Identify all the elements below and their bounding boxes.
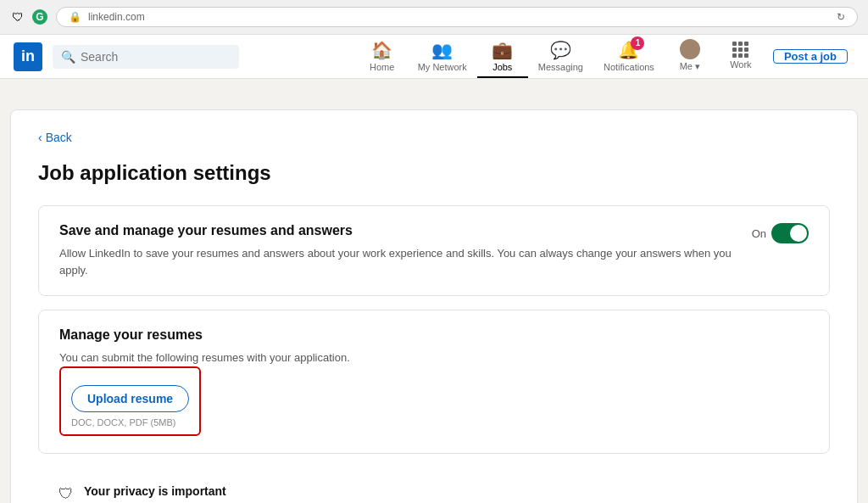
messaging-icon: 💬 [550,40,571,60]
privacy-section: 🛡 Your privacy is important We include a… [38,467,830,504]
nav-item-post-job[interactable]: Post a job [773,49,848,64]
nav-item-jobs[interactable]: 💼 Jobs [477,35,528,78]
nav-label-network: My Network [418,62,467,72]
back-label: Back [46,131,72,144]
resumes-toggle[interactable] [771,223,809,243]
jobs-icon: 💼 [492,40,513,60]
linkedin-logo[interactable]: in [14,42,42,71]
section-header: Save and manage your resumes and answers… [59,223,809,278]
search-box[interactable]: 🔍 [53,45,239,69]
network-icon: 👥 [431,40,453,60]
post-job-label: Post a job [784,50,837,63]
avatar [680,39,700,59]
nav-item-home[interactable]: 🏠 Home [357,35,408,78]
notifications-icon: 🔔 1 [618,40,639,60]
toggle-label: On [752,227,766,240]
privacy-title: Your privacy is important [84,484,367,498]
nav-label-home: Home [370,62,394,72]
search-icon: 🔍 [61,50,75,64]
nav-label-me: Me ▾ [680,61,700,72]
nav-item-messaging[interactable]: 💬 Messaging [528,35,593,78]
address-bar[interactable]: 🔒 linkedin.com ↻ [56,7,858,27]
privacy-shield-icon: 🛡 [58,485,74,503]
manage-resumes-section: Manage your resumes You can submit the f… [38,310,830,454]
nav-label-messaging: Messaging [538,62,583,72]
nav-label-jobs: Jobs [492,62,512,72]
upload-resume-button[interactable]: Upload resume [71,385,189,412]
refresh-button[interactable]: ↻ [837,11,845,23]
resumes-answers-desc: Allow LinkedIn to save your resumes and … [59,245,752,278]
nav-label-work: Work [730,59,751,70]
back-link[interactable]: ‹ Back [38,131,830,144]
chevron-left-icon: ‹ [38,131,42,144]
lock-icon: 🔒 [69,11,81,23]
manage-resumes-title: Manage your resumes [59,327,809,343]
privacy-content: Your privacy is important We include a c… [84,484,367,504]
notifications-badge: 1 [631,36,644,50]
linkedin-navbar: in 🔍 🏠 Home 👥 My Network 💼 Jobs 💬 Messag… [0,35,868,79]
nav-item-notifications[interactable]: 🔔 1 Notifications [593,35,665,78]
toggle-container: On [752,223,809,243]
url-text: linkedin.com [88,11,145,23]
search-input[interactable] [81,50,231,64]
home-icon: 🏠 [371,40,392,60]
browser-chrome: 🛡 G 🔒 linkedin.com ↻ [0,0,868,35]
resumes-answers-section: Save and manage your resumes and answers… [38,205,830,296]
resumes-answers-title: Save and manage your resumes and answers [59,223,752,238]
page-title: Job application settings [38,161,830,185]
upload-area: Upload resume DOC, DOCX, PDF (5MB) [59,366,201,436]
nav-label-notifications: Notifications [604,62,654,72]
nav-item-me[interactable]: Me ▾ [665,35,715,78]
grammarly-icon: G [32,9,47,25]
work-grid-icon [732,42,748,58]
manage-resumes-desc: You can submit the following resumes wit… [59,349,754,366]
main-content: ‹ Back Job application settings Save and… [10,109,858,503]
nav-item-network[interactable]: 👥 My Network [408,35,477,78]
upload-hint: DOC, DOCX, PDF (5MB) [71,417,189,428]
nav-items: 🏠 Home 👥 My Network 💼 Jobs 💬 Messaging 🔔… [357,35,854,78]
shield-icon: 🛡 [10,9,25,25]
nav-item-work[interactable]: Work [715,35,766,78]
browser-icons: 🛡 G [10,9,47,25]
